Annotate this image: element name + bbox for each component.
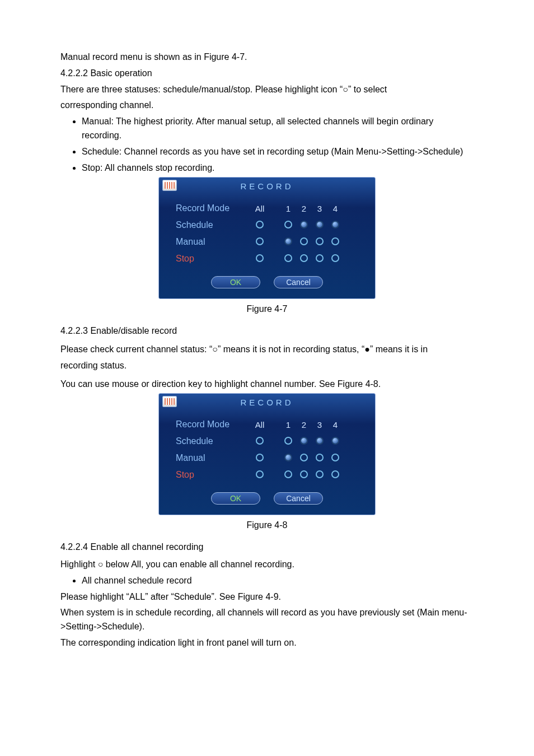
bullet-list: All channel schedule record [60,574,474,588]
panel-row-stop: Stop [176,250,366,267]
radio-ch3[interactable] [316,221,324,228]
paragraph: Please check current channel status: “○”… [60,343,474,357]
row-label: Stop [176,252,249,266]
channel-num: 1 [283,418,293,431]
radio-ch2[interactable] [300,454,308,461]
paragraph: Highlight ○ below All, you can enable al… [60,558,474,572]
heading-enable-disable: 4.2.2.3 Enable/disable record [60,324,474,338]
cancel-button[interactable]: Cancel [274,276,323,288]
panel-header-row: Record Mode All 1 2 3 4 [176,416,366,433]
channel-num: 3 [315,202,325,215]
header-channels: 1 2 3 4 [283,418,340,431]
radio-all[interactable] [256,254,264,262]
radio-all[interactable] [256,454,264,461]
panel-title-text: RECORD [240,181,293,191]
panel-row-manual: Manual [176,234,366,250]
panel-row-schedule: Schedule [176,217,366,234]
bullet-list: Manual: The highest priority. After manu… [60,115,474,175]
panel-row-manual: Manual [176,450,366,466]
record-panel: RECORD Record Mode All 1 2 3 4 Schedule [158,177,376,299]
panel-row-stop: Stop [176,466,366,483]
panel-buttons: OK Cancel [159,267,375,298]
radio-ch3[interactable] [316,237,324,245]
header-all: All [249,418,271,431]
radio-ch4[interactable] [331,221,339,228]
panel-body: Record Mode All 1 2 3 4 Schedule [159,408,375,483]
channel-num: 4 [330,418,340,431]
row-label: Manual [176,235,249,249]
channel-num: 2 [299,418,309,431]
figure-caption: Figure 4-8 [60,519,474,533]
radio-ch1[interactable] [284,470,292,478]
figure-4-7: RECORD Record Mode All 1 2 3 4 Schedule [60,177,474,299]
radio-ch4[interactable] [331,254,339,262]
radio-ch2[interactable] [300,237,308,245]
panel-buttons: OK Cancel [159,483,375,515]
radio-ch4[interactable] [331,437,339,445]
panel-row-schedule: Schedule [176,433,366,450]
radio-ch3[interactable] [316,454,324,461]
intro-paragraph: Manual record menu is shown as in Figure… [60,50,474,64]
paragraph: corresponding channel. [60,99,474,113]
panel-title: RECORD [159,394,375,408]
row-label: Manual [176,451,249,465]
record-panel: RECORD Record Mode All 1 2 3 4 Schedule [158,393,376,515]
radio-ch3[interactable] [316,437,324,445]
header-mode: Record Mode [176,418,249,432]
figure-caption: Figure 4-7 [60,302,474,316]
radio-ch1[interactable] [284,237,292,245]
list-item: All channel schedule record [82,574,474,588]
ok-button[interactable]: OK [211,492,260,505]
cancel-button[interactable]: Cancel [274,492,323,505]
channel-num: 1 [283,202,293,215]
channel-num: 4 [330,202,340,215]
radio-ch1[interactable] [284,437,292,445]
ok-button[interactable]: OK [211,276,260,288]
radio-ch4[interactable] [331,237,339,245]
paragraph: The corresponding indication light in fr… [60,636,474,650]
radio-ch4[interactable] [331,470,339,478]
radio-all[interactable] [256,437,264,445]
channel-num: 3 [315,418,325,431]
header-mode: Record Mode [176,202,249,216]
radio-ch2[interactable] [300,470,308,478]
panel-body: Record Mode All 1 2 3 4 Schedule [159,192,375,267]
panel-title: RECORD [159,178,375,192]
radio-ch2[interactable] [300,437,308,445]
record-icon [162,180,177,191]
header-channels: 1 2 3 4 [283,202,340,215]
paragraph: There are three statuses: schedule/manua… [60,83,474,97]
record-icon [162,396,177,407]
radio-ch3[interactable] [316,470,324,478]
panel-header-row: Record Mode All 1 2 3 4 [176,200,366,217]
paragraph: When system is in schedule recording, al… [60,606,474,634]
row-label: Schedule [176,218,249,232]
row-label: Schedule [176,435,249,449]
radio-ch1[interactable] [284,254,292,262]
list-item: Manual: The highest priority. After manu… [82,115,474,143]
radio-all[interactable] [256,237,264,245]
radio-all[interactable] [256,470,264,478]
heading-basic-operation: 4.2.2.2 Basic operation [60,67,474,81]
panel-title-text: RECORD [240,398,293,407]
row-label: Stop [176,468,249,482]
heading-enable-all: 4.2.2.4 Enable all channel recording [60,540,474,554]
radio-ch4[interactable] [331,454,339,461]
radio-all[interactable] [256,221,264,228]
paragraph: You can use mouse or direction key to hi… [60,377,474,391]
radio-ch1[interactable] [284,221,292,228]
paragraph: recording status. [60,359,474,373]
radio-ch2[interactable] [300,221,308,228]
radio-ch1[interactable] [284,454,292,461]
figure-4-8: RECORD Record Mode All 1 2 3 4 Schedule [60,393,474,515]
list-item: Stop: All channels stop recording. [82,161,474,175]
radio-ch3[interactable] [316,254,324,262]
header-all: All [249,202,271,215]
channel-num: 2 [299,202,309,215]
document-page: Manual record menu is shown as in Figure… [0,0,534,756]
list-item: Schedule: Channel records as you have se… [82,145,474,159]
paragraph: Please highlight “ALL” after “Schedule”.… [60,590,474,604]
radio-ch2[interactable] [300,254,308,262]
